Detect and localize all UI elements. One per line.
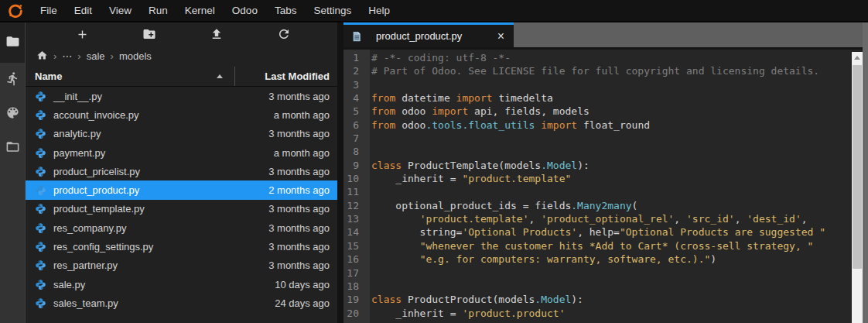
line-number: 21 xyxy=(343,320,364,323)
line-number: 12 xyxy=(343,199,364,212)
file-list-header: Name Last Modified xyxy=(26,67,337,87)
file-row[interactable]: res_company.py3 months ago xyxy=(26,218,337,237)
code-text: 'product.template', 'product_optional_re… xyxy=(364,212,808,225)
file-row[interactable]: res_config_settings.py3 months ago xyxy=(26,237,337,256)
file-modified: 2 months ago xyxy=(268,184,337,196)
menu-file[interactable]: File xyxy=(32,5,66,16)
column-name-label: Name xyxy=(35,70,62,82)
python-file-icon xyxy=(35,278,47,290)
text-file-icon xyxy=(351,30,364,43)
code-line: 12 optional_product_ids = fields.Many2ma… xyxy=(343,199,852,212)
code-text: class ProductProduct(models.Model): xyxy=(364,293,583,306)
menu-settings[interactable]: Settings xyxy=(305,5,360,16)
line-number: 17 xyxy=(343,266,364,280)
column-modified-label: Last Modified xyxy=(265,70,330,82)
refresh-button[interactable] xyxy=(272,26,296,45)
python-file-icon xyxy=(35,146,47,159)
palette-icon xyxy=(5,105,20,123)
file-row[interactable]: sale.py10 days ago xyxy=(26,275,337,294)
file-name: payment.py xyxy=(53,147,274,159)
file-row[interactable]: product_product.py2 months ago xyxy=(26,180,337,199)
menu-edit[interactable]: Edit xyxy=(66,5,101,16)
breadcrumb-item[interactable]: models xyxy=(119,50,152,62)
column-header-last-modified[interactable]: Last Modified xyxy=(234,67,337,86)
tab-product-product-py[interactable]: product_product.py × xyxy=(343,22,514,47)
scrollbar-thumb[interactable] xyxy=(853,65,862,269)
menu-tabs[interactable]: Tabs xyxy=(266,5,306,16)
line-number: 20 xyxy=(343,307,364,320)
scrollbar-up-arrow-icon[interactable] xyxy=(852,52,863,64)
line-number: 6 xyxy=(343,119,364,132)
code-text: from odoo import api, fields, models xyxy=(364,105,589,118)
sidebar-tab-files[interactable] xyxy=(0,22,25,63)
line-number: 4 xyxy=(343,91,364,105)
main-content: ›⋯›sale›models Name Last Modified __init… xyxy=(0,22,868,323)
file-row[interactable]: product_template.py3 months ago xyxy=(26,200,337,218)
file-modified: 3 months ago xyxy=(268,128,337,139)
editor-panel: product_product.py × 1# -*- coding: utf-… xyxy=(343,22,868,323)
code-line: 8 xyxy=(343,145,852,158)
code-lines[interactable]: 1# -*- coding: utf-8 -*-2# Part of Odoo.… xyxy=(343,51,852,323)
menu-items: FileEditViewRunKernelOdooTabsSettingsHel… xyxy=(32,0,398,21)
new-folder-button[interactable] xyxy=(138,26,161,45)
python-file-icon xyxy=(35,203,47,215)
new-launcher-button[interactable] xyxy=(70,26,94,45)
code-text: # Part of Odoo. See LICENSE file for ful… xyxy=(364,64,819,77)
file-row[interactable]: __init__.py3 months ago xyxy=(26,87,337,105)
home-icon[interactable] xyxy=(36,50,48,64)
file-row[interactable]: analytic.py3 months ago xyxy=(26,125,337,143)
code-line: 5from odoo import api, fields, models xyxy=(343,105,852,118)
menu-help[interactable]: Help xyxy=(360,5,398,16)
code-line: 1# -*- coding: utf-8 -*- xyxy=(343,51,852,64)
file-name: product_pricelist.py xyxy=(53,166,268,177)
panel-splitter[interactable] xyxy=(337,22,343,323)
menu-kernel[interactable]: Kernel xyxy=(176,5,224,16)
menu-bar: FileEditViewRunKernelOdooTabsSettingsHel… xyxy=(0,0,868,22)
breadcrumb-item[interactable]: ⋯ xyxy=(62,50,72,62)
file-row[interactable]: sales_team.py24 days ago xyxy=(26,294,337,312)
file-row[interactable]: account_invoice.pya month ago xyxy=(26,105,337,124)
editor-scrollbar[interactable] xyxy=(852,52,863,323)
plus-icon xyxy=(76,28,89,44)
app-logo-icon xyxy=(6,2,25,20)
menu-run[interactable]: Run xyxy=(140,5,176,16)
file-row[interactable]: res_partner.py3 months ago xyxy=(26,256,337,275)
breadcrumb-separator: › xyxy=(111,50,114,62)
code-text: "whenever the customer hits *Add to Cart… xyxy=(364,239,813,253)
line-number: 8 xyxy=(343,145,364,158)
code-text: _inherit = "product.template" xyxy=(364,172,571,185)
code-text: from datetime import timedelta xyxy=(364,91,553,105)
line-number: 13 xyxy=(343,212,364,225)
left-activity-bar xyxy=(0,22,26,323)
code-text xyxy=(364,320,371,323)
upload-icon xyxy=(210,27,224,44)
file-name: product_product.py xyxy=(53,184,268,196)
menu-view[interactable]: View xyxy=(101,5,140,16)
folder-icon xyxy=(5,34,20,52)
file-modified: 3 months ago xyxy=(268,259,337,271)
close-tab-icon[interactable]: × xyxy=(493,29,509,43)
file-modified: 10 days ago xyxy=(275,279,337,290)
code-text xyxy=(364,145,371,158)
file-row[interactable]: product_pricelist.py3 months ago xyxy=(26,162,337,180)
column-header-name[interactable]: Name xyxy=(26,67,234,86)
code-editor[interactable]: 1# -*- coding: utf-8 -*-2# Part of Odoo.… xyxy=(343,47,868,323)
breadcrumb-separator: › xyxy=(53,50,56,62)
python-file-icon xyxy=(35,165,47,177)
menu-odoo[interactable]: Odoo xyxy=(224,5,266,16)
file-name: analytic.py xyxy=(53,128,268,139)
file-modified: 3 months ago xyxy=(268,222,337,234)
python-file-icon xyxy=(35,184,47,197)
sidebar-tab-commands[interactable] xyxy=(0,97,25,131)
sidebar-tab-running[interactable] xyxy=(0,63,25,97)
python-file-icon xyxy=(35,128,47,140)
file-name: res_partner.py xyxy=(53,259,268,271)
code-line: 11 xyxy=(343,185,852,198)
sidebar-tab-open-tabs[interactable] xyxy=(0,131,25,165)
breadcrumb: ›⋯›sale›models xyxy=(26,46,337,67)
upload-button[interactable] xyxy=(205,26,228,45)
line-number: 5 xyxy=(343,105,364,118)
breadcrumb-item[interactable]: sale xyxy=(87,50,105,62)
code-line: 16 "e.g. for computers: warranty, softwa… xyxy=(343,253,852,266)
file-row[interactable]: payment.pya month ago xyxy=(26,143,337,162)
